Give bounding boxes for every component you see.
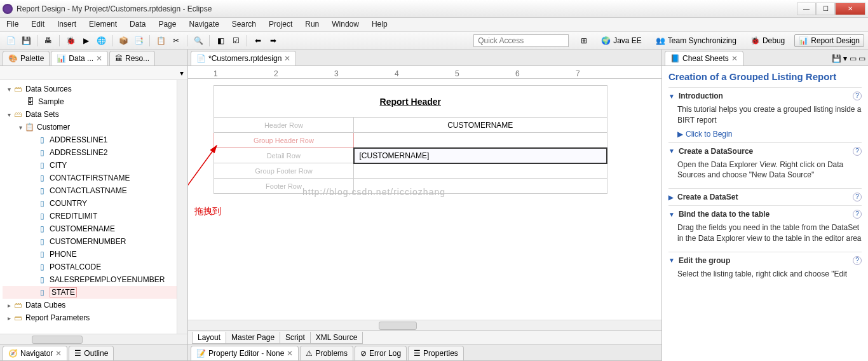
toggle-button[interactable]: ◧ — [214, 34, 227, 48]
column-salesrep[interactable]: ▯SALESREPEMPLOYEENUMBER — [3, 273, 177, 286]
tab-cheat-sheets[interactable]: 📘 Cheat Sheets ✕ — [665, 51, 743, 65]
tree-scrollbar[interactable] — [177, 80, 187, 334]
group-footer-cell[interactable] — [354, 163, 607, 179]
column-customername[interactable]: ▯CUSTOMERNAME — [3, 222, 177, 235]
main-toolbar: 📄 💾 🖶 🐞 ▶ 🌐 📦 📑 📋 ✂ 🔍 ◧ ☑ ⬅ ➡ ⊞ 🌍Java EE… — [0, 32, 868, 50]
open-perspective-button[interactable]: ⊞ — [576, 34, 592, 47]
menu-element[interactable]: Element — [83, 18, 123, 31]
tab-resource[interactable]: 🏛 Reso... — [109, 51, 155, 65]
column-phone[interactable]: ▯PHONE — [3, 248, 177, 261]
help-icon[interactable]: ? — [853, 210, 862, 219]
column-country[interactable]: ▯COUNTRY — [3, 197, 177, 210]
tab-error-log[interactable]: ⊘ Error Log — [355, 346, 407, 360]
mark-button[interactable]: ☑ — [229, 34, 243, 48]
tab-master-page[interactable]: Master Page — [226, 332, 280, 344]
column-creditlimit[interactable]: ▯CREDITLIMIT — [3, 210, 177, 222]
group-header-row-label[interactable]: Group Header Row — [214, 133, 354, 148]
back-button[interactable]: ⬅ — [251, 34, 265, 48]
group-header-cell[interactable] — [354, 133, 607, 148]
click-to-begin-link[interactable]: ▶ Click to Begin — [677, 130, 862, 139]
tab-problems[interactable]: ⚠ Problems — [300, 346, 353, 360]
tree-hscrollbar[interactable] — [0, 334, 187, 344]
search-button[interactable]: 🔍 — [191, 34, 205, 48]
column-customernumber[interactable]: ▯CUSTOMERNUMBER — [3, 235, 177, 248]
bottom-left-tabs: 🧭 Navigator ✕ ☰ Outline — [0, 344, 187, 361]
new-project-button[interactable]: 📦 — [116, 34, 130, 48]
detail-row-label[interactable]: Detail Row — [214, 148, 354, 163]
column-state[interactable]: ▯STATE — [3, 286, 177, 299]
new-file-button[interactable]: 📑 — [132, 34, 146, 48]
close-icon[interactable]: ✕ — [731, 54, 738, 63]
report-editor[interactable]: 1234567 Report Header Header RowCUSTOMER… — [188, 66, 661, 320]
print-button[interactable]: 🖶 — [41, 34, 55, 48]
close-icon[interactable]: ✕ — [287, 349, 293, 358]
group-footer-row-label[interactable]: Group Footer Row — [214, 163, 354, 179]
menu-project[interactable]: Project — [262, 18, 299, 31]
column-contactlastname[interactable]: ▯CONTACTLASTNAME — [3, 184, 177, 197]
menu-insert[interactable]: Insert — [51, 18, 83, 31]
close-button[interactable]: ✕ — [835, 3, 865, 15]
column-addressline1[interactable]: ▯ADDRESSLINE1 — [3, 133, 177, 146]
menu-navigate[interactable]: Navigate — [182, 18, 225, 31]
header-row-label[interactable]: Header Row — [214, 118, 354, 133]
perspective-debug[interactable]: 🐞Debug — [746, 34, 789, 47]
maximize-button[interactable]: ☐ — [816, 3, 835, 15]
column-addressline2[interactable]: ▯ADDRESSLINE2 — [3, 146, 177, 159]
tab-navigator[interactable]: 🧭 Navigator ✕ — [3, 346, 67, 360]
run-ext-button[interactable]: 🌐 — [94, 34, 108, 48]
tab-customers-rptdesign[interactable]: 📄 *Customers.rptdesign ✕ — [191, 51, 296, 65]
close-icon[interactable]: ✕ — [96, 54, 102, 63]
menu-run[interactable]: Run — [299, 18, 325, 31]
section-introduction[interactable]: Introduction? — [668, 92, 862, 100]
cut-button[interactable]: ✂ — [169, 34, 183, 48]
section-create-datasource[interactable]: Create a DataSource? — [668, 147, 862, 156]
menu-help[interactable]: Help — [365, 18, 394, 31]
close-icon[interactable]: ✕ — [284, 54, 290, 63]
column-city[interactable]: ▯CITY — [3, 159, 177, 172]
report-header-cell[interactable]: Report Header — [214, 86, 607, 118]
menu-edit[interactable]: Edit — [25, 18, 51, 31]
view-menu-icon[interactable]: 💾 ▾ ▭ ▭ — [829, 51, 868, 65]
tab-script[interactable]: Script — [280, 332, 311, 344]
customername-field[interactable]: [CUSTOMERNAME] — [354, 148, 607, 163]
tab-outline[interactable]: ☰ Outline — [69, 346, 114, 360]
perspective-java-ee[interactable]: 🌍Java EE — [597, 34, 646, 47]
menu-file[interactable]: File — [0, 18, 25, 31]
menu-page[interactable]: Page — [152, 18, 182, 31]
menu-search[interactable]: Search — [226, 18, 262, 31]
editor-hscrollbar[interactable] — [188, 320, 661, 330]
tab-xml-source[interactable]: XML Source — [310, 332, 363, 344]
perspective-report-design[interactable]: 📊Report Design — [794, 34, 864, 47]
property-tabs: 📝 Property Editor - None ✕ ⚠ Problems ⊘ … — [188, 344, 661, 361]
section-edit-group[interactable]: Edit the group? — [668, 256, 862, 265]
tab-property-editor[interactable]: 📝 Property Editor - None ✕ — [191, 346, 299, 360]
close-icon[interactable]: ✕ — [55, 349, 62, 358]
column-postalcode[interactable]: ▯POSTALCODE — [3, 261, 177, 273]
forward-button[interactable]: ➡ — [266, 34, 280, 48]
run-button[interactable]: ▶ — [79, 34, 93, 48]
help-icon[interactable]: ? — [853, 193, 862, 201]
minimize-button[interactable]: — — [797, 3, 816, 15]
menu-window[interactable]: Window — [325, 18, 365, 31]
section-bind-data[interactable]: Bind the data to the table? — [668, 210, 862, 219]
section-create-dataset[interactable]: Create a DataSet? — [668, 193, 862, 201]
perspective-team-sync[interactable]: 👥Team Synchronizing — [651, 34, 741, 47]
tab-properties[interactable]: ☰ Properties — [408, 346, 464, 360]
help-icon[interactable]: ? — [853, 92, 862, 100]
help-icon[interactable]: ? — [853, 147, 862, 156]
customername-header[interactable]: CUSTOMERNAME — [354, 118, 607, 133]
debug-button[interactable]: 🐞 — [64, 34, 78, 48]
view-menu-icon[interactable]: ▾ — [180, 69, 184, 78]
column-contactfirstname[interactable]: ▯CONTACTFIRSTNAME — [3, 172, 177, 184]
save-button[interactable]: 💾 — [19, 34, 33, 48]
data-explorer-tree[interactable]: ▾🗃Data Sources 🗄Sample ▾🗃Data Sets ▾📋Cus… — [0, 80, 177, 334]
report-table[interactable]: Report Header Header RowCUSTOMERNAME Gro… — [214, 85, 607, 194]
tab-data-explorer[interactable]: 📊 Data ... ✕ — [51, 51, 108, 65]
help-icon[interactable]: ? — [853, 256, 862, 265]
quick-access-input[interactable] — [473, 34, 569, 47]
new-button[interactable]: 📄 — [4, 34, 18, 48]
menu-data[interactable]: Data — [123, 18, 152, 31]
paste-button[interactable]: 📋 — [154, 34, 168, 48]
tab-layout[interactable]: Layout — [192, 332, 226, 344]
tab-palette[interactable]: 🎨 Palette — [3, 51, 50, 65]
